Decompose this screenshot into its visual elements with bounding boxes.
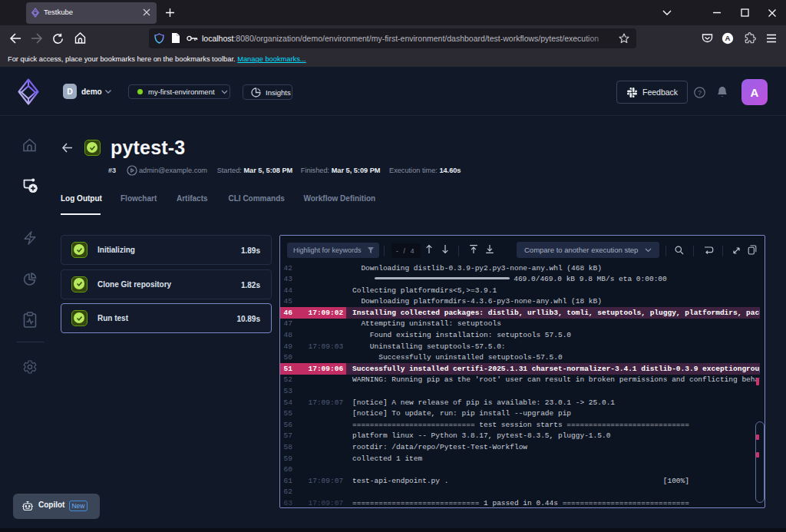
svg-text:?: ? (698, 89, 702, 97)
svg-text:A: A (725, 34, 731, 42)
